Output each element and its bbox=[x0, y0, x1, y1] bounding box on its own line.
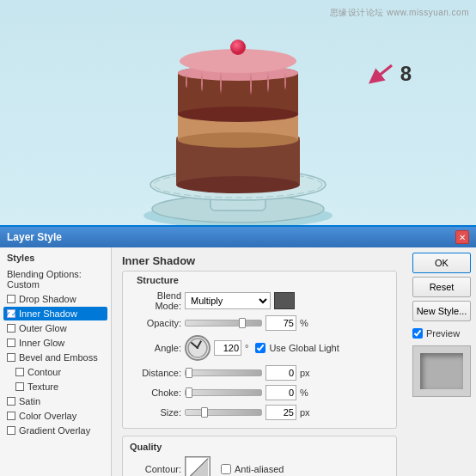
choke-label: Choke: bbox=[130, 388, 181, 398]
preview-label-row[interactable]: Preview bbox=[412, 328, 471, 339]
distance-input[interactable] bbox=[265, 365, 296, 381]
anti-alias-label[interactable]: Anti-aliased bbox=[221, 464, 284, 474]
blend-mode-label: Blend Mode: bbox=[130, 290, 181, 311]
contour-checkbox[interactable] bbox=[15, 368, 24, 376]
style-item-texture[interactable]: Texture bbox=[3, 380, 107, 394]
size-unit: px bbox=[300, 407, 310, 418]
opacity-slider[interactable] bbox=[185, 320, 262, 326]
canvas-area: 思缘设计论坛 www.missyuan.com bbox=[0, 0, 476, 228]
choke-unit: % bbox=[300, 388, 308, 398]
reset-button[interactable]: Reset bbox=[412, 277, 471, 297]
styles-panel: Styles Blending Options: Custom Drop Sha… bbox=[0, 247, 112, 476]
anti-alias-checkbox[interactable] bbox=[221, 464, 231, 474]
styles-header: Styles bbox=[3, 251, 107, 265]
new-style-button[interactable]: New Style... bbox=[412, 301, 471, 321]
style-item-contour[interactable]: Contour bbox=[3, 365, 107, 379]
texture-checkbox[interactable] bbox=[15, 382, 24, 391]
ok-button[interactable]: OK bbox=[412, 253, 471, 273]
style-item-color-overlay[interactable]: Color Overlay bbox=[3, 409, 107, 423]
opacity-label: Opacity: bbox=[130, 318, 181, 328]
angle-row: Angle: ° Use Global Light bbox=[130, 335, 389, 361]
style-item-drop-shadow[interactable]: Drop Shadow bbox=[3, 292, 107, 306]
angle-input[interactable] bbox=[214, 340, 241, 356]
dialog-title: Layer Style bbox=[7, 231, 62, 243]
opacity-input[interactable] bbox=[265, 315, 296, 331]
color-overlay-checkbox[interactable] bbox=[7, 412, 15, 420]
contour-label: Contour: bbox=[130, 464, 181, 474]
style-item-inner-shadow[interactable]: ✓ Inner Shadow bbox=[3, 307, 107, 320]
opacity-unit: % bbox=[300, 318, 308, 328]
style-item-inner-glow[interactable]: Inner Glow bbox=[3, 336, 107, 350]
buttons-panel: OK Reset New Style... Preview bbox=[407, 247, 476, 476]
choke-slider[interactable] bbox=[185, 389, 262, 396]
svg-point-10 bbox=[178, 132, 298, 148]
outer-glow-checkbox[interactable] bbox=[7, 324, 15, 333]
blend-mode-row: Blend Mode: Multiply Normal Screen Overl… bbox=[130, 290, 389, 311]
size-slider[interactable] bbox=[185, 409, 262, 416]
annotation: 8 bbox=[368, 62, 412, 86]
preview-inner bbox=[420, 353, 463, 389]
style-item-gradient-overlay[interactable]: Gradient Overlay bbox=[3, 424, 107, 437]
size-row: Size: px bbox=[130, 405, 389, 420]
style-item-blending[interactable]: Blending Options: Custom bbox=[3, 267, 107, 291]
dialog-body: Styles Blending Options: Custom Drop Sha… bbox=[0, 247, 476, 476]
dialog-titlebar: Layer Style ✕ bbox=[0, 227, 476, 247]
distance-unit: px bbox=[300, 368, 310, 378]
use-global-light-checkbox[interactable] bbox=[255, 343, 265, 353]
distance-label: Distance: bbox=[130, 368, 181, 378]
arrow-icon bbox=[368, 62, 395, 86]
svg-point-16 bbox=[230, 40, 246, 55]
quality-title: Quality bbox=[130, 442, 389, 452]
bevel-checkbox[interactable] bbox=[7, 353, 15, 362]
cake-illustration bbox=[109, 3, 367, 226]
inner-shadow-checkbox[interactable]: ✓ bbox=[7, 309, 15, 318]
opacity-row: Opacity: % bbox=[130, 315, 389, 331]
blend-color-swatch[interactable] bbox=[274, 292, 295, 309]
style-item-outer-glow[interactable]: Outer Glow bbox=[3, 321, 107, 335]
blend-mode-select[interactable]: Multiply Normal Screen Overlay bbox=[185, 292, 271, 309]
choke-input[interactable] bbox=[265, 385, 296, 400]
inner-glow-checkbox[interactable] bbox=[7, 339, 15, 347]
angle-dial[interactable] bbox=[185, 335, 211, 361]
section-title: Inner Shadow bbox=[122, 254, 397, 267]
svg-point-19 bbox=[188, 339, 207, 357]
angle-label: Angle: bbox=[130, 343, 181, 353]
size-input[interactable] bbox=[265, 405, 296, 420]
choke-row: Choke: % bbox=[130, 385, 389, 400]
contour-preview[interactable] bbox=[185, 456, 211, 476]
use-global-light-label[interactable]: Use Global Light bbox=[255, 343, 339, 353]
inner-shadow-settings: Inner Shadow Structure Blend Mode: Multi… bbox=[112, 247, 407, 476]
svg-line-18 bbox=[375, 65, 392, 79]
distance-row: Distance: px bbox=[130, 365, 389, 381]
layer-style-dialog: Layer Style ✕ Styles Blending Options: C… bbox=[0, 225, 476, 476]
distance-slider[interactable] bbox=[185, 369, 262, 376]
step-number: 8 bbox=[400, 62, 412, 86]
style-item-satin[interactable]: Satin bbox=[3, 394, 107, 408]
angle-unit: ° bbox=[245, 343, 248, 353]
satin-checkbox[interactable] bbox=[7, 397, 15, 406]
close-button[interactable]: ✕ bbox=[455, 230, 469, 244]
drop-shadow-checkbox[interactable] bbox=[7, 295, 15, 303]
svg-point-7 bbox=[176, 176, 300, 193]
size-label: Size: bbox=[130, 407, 181, 418]
structure-title: Structure bbox=[137, 275, 389, 285]
svg-point-13 bbox=[178, 107, 298, 122]
preview-box bbox=[412, 345, 471, 397]
style-item-bevel[interactable]: Bevel and Emboss bbox=[3, 351, 107, 364]
gradient-overlay-checkbox[interactable] bbox=[7, 426, 15, 435]
structure-section: Structure Blend Mode: Multiply Normal Sc… bbox=[122, 271, 397, 429]
contour-row: Contour: Anti-aliased bbox=[130, 456, 389, 476]
preview-checkbox[interactable] bbox=[412, 328, 423, 339]
quality-section: Quality Contour: Anti-aliased bbox=[122, 436, 397, 476]
